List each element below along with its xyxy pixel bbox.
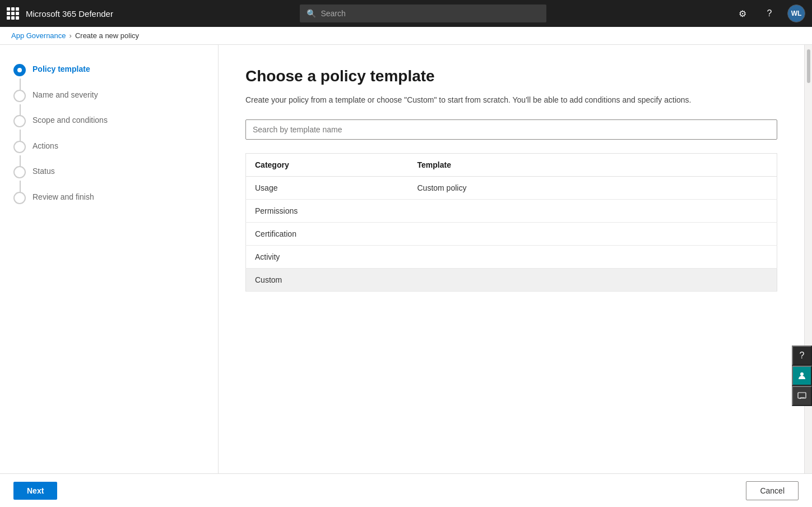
step-circle-4 — [13, 141, 26, 153]
details-cell — [571, 223, 777, 246]
step-label-name-severity: Name and severity — [33, 89, 98, 114]
step-circle-2 — [13, 90, 26, 102]
step-circle-6 — [13, 192, 26, 204]
category-cell[interactable]: Custom — [246, 269, 409, 292]
step-label-actions: Actions — [33, 140, 58, 165]
template-table: Category Template UsageCustom policyPerm… — [245, 153, 777, 292]
step-circle-3 — [13, 115, 26, 127]
step-actions: Actions — [13, 140, 205, 165]
details-cell — [571, 269, 777, 292]
details-cell — [571, 200, 777, 223]
nav-icons: ⚙ ? WL — [734, 4, 805, 22]
col-header-details — [571, 154, 777, 177]
template-cell[interactable] — [409, 223, 571, 246]
toolbar-help-icon[interactable]: ? — [792, 345, 804, 366]
right-toolbar: ? — [792, 345, 804, 406]
breadcrumb-current: Create a new policy — [75, 31, 139, 40]
settings-icon[interactable]: ⚙ — [734, 4, 751, 22]
template-cell[interactable]: Custom policy — [409, 177, 571, 200]
step-name-severity: Name and severity — [13, 89, 205, 114]
template-cell[interactable] — [409, 200, 571, 223]
sidebar-stepper: Policy template Name and severity Scope … — [0, 45, 219, 473]
step-label-policy-template: Policy template — [33, 63, 90, 89]
template-cell[interactable] — [409, 246, 571, 269]
details-cell — [571, 177, 777, 200]
scrollbar[interactable] — [804, 45, 812, 473]
col-header-category: Category — [246, 154, 409, 177]
table-row[interactable]: Custom — [246, 269, 777, 292]
category-cell[interactable]: Permissions — [246, 200, 409, 223]
template-cell[interactable] — [409, 269, 571, 292]
scrollbar-thumb — [807, 49, 810, 83]
page-title: Choose a policy template — [245, 67, 777, 85]
top-nav: Microsoft 365 Defender 🔍 ⚙ ? WL — [0, 0, 812, 27]
step-status: Status — [13, 165, 205, 191]
table-header-row: Category Template — [246, 154, 777, 177]
details-cell — [571, 246, 777, 269]
breadcrumb: App Governance › Create a new policy — [0, 27, 812, 45]
main-layout: Policy template Name and severity Scope … — [0, 45, 812, 473]
template-search-input[interactable] — [245, 119, 777, 140]
table-row[interactable]: Permissions — [246, 200, 777, 223]
step-label-review-finish: Review and finish — [33, 191, 94, 216]
toolbar-feedback-icon[interactable] — [792, 386, 804, 406]
avatar[interactable]: WL — [787, 4, 805, 22]
step-review-finish: Review and finish — [13, 191, 205, 216]
app-title: Microsoft 365 Defender — [26, 9, 113, 19]
step-policy-template: Policy template — [13, 63, 205, 89]
svg-point-0 — [800, 372, 804, 376]
category-cell[interactable]: Certification — [246, 223, 409, 246]
col-header-template: Template — [409, 154, 571, 177]
step-circle-1 — [13, 64, 26, 76]
apps-grid-icon[interactable] — [7, 7, 19, 20]
breadcrumb-separator: › — [69, 31, 72, 40]
step-label-scope-conditions: Scope and conditions — [33, 114, 108, 140]
cancel-button[interactable]: Cancel — [746, 481, 799, 500]
category-cell[interactable]: Activity — [246, 246, 409, 269]
page-description: Create your policy from a template or ch… — [245, 94, 777, 106]
search-icon: 🔍 — [307, 9, 316, 18]
search-input[interactable] — [321, 9, 540, 18]
table-row[interactable]: UsageCustom policy — [246, 177, 777, 200]
footer: Next Cancel — [0, 473, 812, 507]
stepper: Policy template Name and severity Scope … — [13, 63, 205, 216]
toolbar-user-icon[interactable] — [792, 366, 804, 386]
table-row[interactable]: Certification — [246, 223, 777, 246]
help-icon[interactable]: ? — [760, 4, 778, 22]
category-cell[interactable]: Usage — [246, 177, 409, 200]
step-label-status: Status — [33, 165, 55, 191]
global-search[interactable]: 🔍 — [300, 4, 546, 22]
table-row[interactable]: Activity — [246, 246, 777, 269]
breadcrumb-link-app-governance[interactable]: App Governance — [11, 31, 66, 40]
next-button[interactable]: Next — [13, 482, 57, 500]
content-area: Choose a policy template Create your pol… — [219, 45, 804, 473]
step-circle-5 — [13, 166, 26, 178]
step-scope-conditions: Scope and conditions — [13, 114, 205, 140]
